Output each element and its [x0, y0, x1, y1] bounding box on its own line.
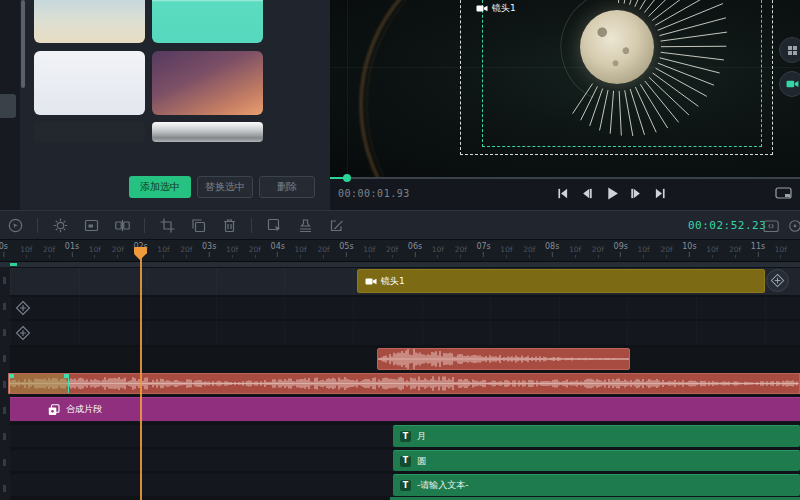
split-clip-button[interactable] [111, 214, 133, 236]
delete-button[interactable]: 删除 [259, 176, 315, 198]
ruler-tick: 04s [271, 242, 285, 257]
ruler-tick: 05s [339, 242, 353, 257]
clip-composite[interactable]: 合成片段 [10, 397, 800, 421]
preview-camera-button[interactable] [779, 71, 800, 97]
pointer-tool-button[interactable] [4, 214, 26, 236]
play-button[interactable] [604, 186, 619, 201]
selection-box-inner[interactable] [482, 0, 762, 147]
ruler-tick: 01s [65, 242, 79, 257]
ruler-tick: 06s [408, 242, 422, 257]
preview-viewport[interactable]: 镜头1 [330, 0, 800, 177]
timeline-scroll-strip[interactable] [0, 262, 800, 267]
replace-selected-button[interactable]: 替换选中 [197, 176, 253, 198]
select-range-button[interactable] [80, 214, 102, 236]
timeline-toolbar: 00:02:52.23 [0, 210, 800, 240]
fit-timeline-button[interactable] [760, 215, 782, 237]
track-keyframe-2[interactable] [10, 321, 800, 345]
playhead-handle[interactable] [134, 247, 147, 254]
ruler-tick: 20f [112, 245, 124, 258]
previous-frame-button[interactable] [580, 187, 593, 200]
timeline-timecode: 00:02:52.23 [688, 219, 766, 232]
next-frame-button[interactable] [630, 187, 643, 200]
camera-icon [786, 79, 799, 89]
fullscreen-monitor-button[interactable] [775, 187, 793, 202]
toolbar-divider [144, 218, 145, 233]
seek-bar[interactable] [330, 177, 800, 179]
ruler-tick: 10f [89, 245, 101, 258]
track-composite[interactable]: 合成片段 [10, 397, 800, 422]
track-video[interactable]: 镜头1 [10, 268, 800, 295]
clip-text-input[interactable]: -请输入文本- [393, 474, 800, 496]
track-text-1[interactable]: 月 [10, 425, 800, 447]
ruler-tick: 10f [638, 245, 650, 258]
swatch-teal[interactable] [152, 0, 263, 43]
ruler-tick: 11s [751, 242, 765, 257]
preview-clip-label-text: 镜头1 [492, 2, 516, 15]
track-text-3[interactable]: -请输入文本- [10, 474, 800, 496]
ruler-tick: 10f [569, 245, 581, 258]
ruler-tick: 20f [592, 245, 604, 258]
clip-audio-short[interactable] [377, 348, 630, 370]
timeline-panel: 0s10f20f01s10f20f02s10f20f03s10f20f04s10… [0, 240, 800, 500]
ruler-tick: 03s [202, 242, 216, 257]
skip-to-start-button[interactable] [556, 187, 569, 200]
ruler-tick: 20f [523, 245, 535, 258]
ruler-tick: 10f [775, 245, 787, 258]
select-all-button[interactable] [263, 214, 285, 236]
ruler-tick: 09s [614, 242, 628, 257]
track-text-2[interactable]: 圆 [10, 450, 800, 471]
swatch-sky[interactable] [34, 0, 145, 43]
video-editor-app: 添加选中 替换选中 删除 镜头1 [0, 0, 800, 500]
scroll-chip[interactable] [10, 263, 17, 266]
swatch-silver[interactable] [152, 122, 263, 142]
clip-text-circle[interactable]: 圆 [393, 450, 800, 471]
track-audio-1[interactable] [10, 347, 800, 371]
settings-gear-button[interactable] [49, 214, 71, 236]
seek-handle[interactable] [343, 174, 351, 182]
waveform [378, 349, 629, 369]
swatch-empty-slot[interactable] [34, 122, 145, 142]
crop-button[interactable] [156, 214, 178, 236]
text-icon [400, 456, 411, 467]
add-keyframe-button[interactable] [766, 269, 789, 292]
edit-pen-button[interactable] [325, 214, 347, 236]
ruler-tick: 10f [20, 245, 32, 258]
clip-text-moon[interactable]: 月 [393, 425, 800, 447]
ruler-tick: 10f [295, 245, 307, 258]
ruler-tick: 20f [660, 245, 672, 258]
add-selected-button[interactable]: 添加选中 [129, 176, 191, 198]
ruler-tick: 10s [682, 242, 696, 257]
ruler-tick: 0s [0, 242, 8, 257]
text-icon [400, 431, 411, 442]
track-keyframe-1[interactable] [10, 297, 800, 319]
camera-icon [476, 4, 488, 13]
clip-audio-long[interactable] [8, 373, 800, 394]
delete-trash-button[interactable] [218, 214, 240, 236]
preview-grid-button[interactable] [779, 37, 800, 63]
ruler-tick: 10f [706, 245, 718, 258]
swatch-purple-orange[interactable] [152, 51, 263, 115]
swatch-white[interactable] [34, 51, 145, 115]
skip-to-end-button[interactable] [654, 187, 667, 200]
ruler-tick: 20f [317, 245, 329, 258]
playhead-line[interactable] [140, 248, 142, 500]
clip-text-label: 圆 [417, 455, 426, 468]
keyframe-diamond-icon[interactable] [15, 300, 31, 316]
timeline-settings-button[interactable] [784, 215, 800, 237]
library-scrollbar[interactable] [21, 0, 25, 88]
timeline-ruler[interactable]: 0s10f20f01s10f20f02s10f20f03s10f20f04s10… [0, 240, 800, 262]
grid-icon [787, 45, 798, 56]
stamp-button[interactable] [294, 214, 316, 236]
library-sidebar-selected-item[interactable] [0, 94, 16, 118]
text-icon [400, 480, 411, 491]
ruler-tick: 20f [729, 245, 741, 258]
playback-bar: 00:00:01.93 [330, 177, 800, 210]
copy-button[interactable] [187, 214, 209, 236]
toolbar-divider [37, 218, 38, 233]
keyframe-diamond-icon[interactable] [15, 325, 31, 341]
track-audio-2[interactable] [10, 373, 800, 395]
clip-composite-label: 合成片段 [66, 403, 102, 416]
audio-selection-region[interactable] [9, 374, 69, 393]
clip-camera-1[interactable]: 镜头1 [357, 269, 765, 293]
ruler-tick: 20f [180, 245, 192, 258]
